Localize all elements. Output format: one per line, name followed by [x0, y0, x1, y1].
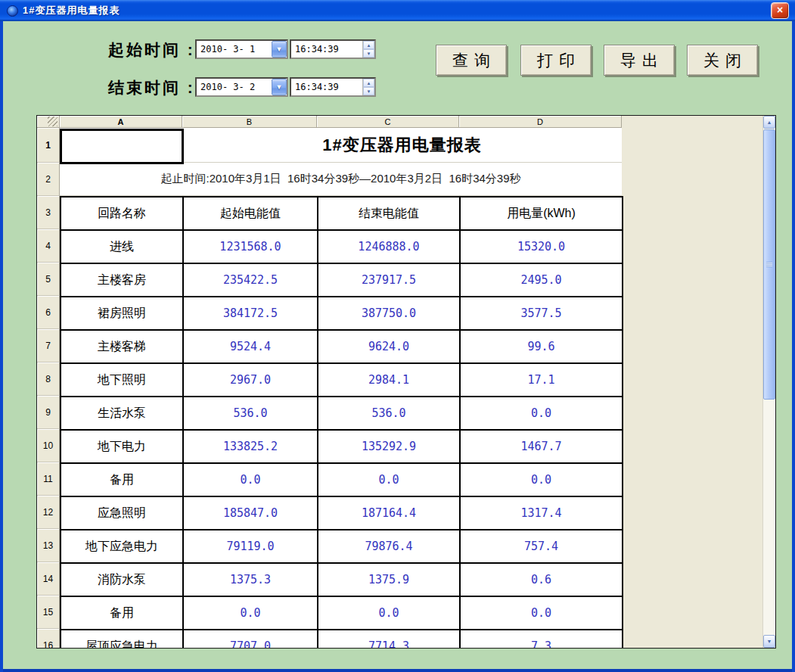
end-energy-cell[interactable]: 237917.5 — [318, 264, 461, 297]
row-header-16[interactable]: 16 — [37, 629, 60, 649]
row-header-4[interactable]: 4 — [37, 229, 60, 263]
end-energy-cell[interactable]: 135292.9 — [318, 431, 461, 464]
cells-area[interactable]: 1#变压器用电量报表 起止时间:2010年3月1日 16时34分39秒—2010… — [60, 128, 622, 648]
start-energy-cell[interactable]: 7707.0 — [184, 630, 318, 649]
export-button[interactable]: 导出 — [604, 45, 675, 76]
report-title-cell[interactable]: 1#变压器用电量报表 — [182, 128, 622, 162]
circuit-name-cell[interactable]: 应急照明 — [61, 497, 184, 530]
start-energy-cell[interactable]: 235422.5 — [184, 264, 318, 297]
sheet-corner-cell[interactable] — [37, 116, 60, 128]
circuit-name-cell[interactable]: 备用 — [61, 597, 184, 630]
usage-cell[interactable]: 757.4 — [461, 530, 623, 564]
usage-cell[interactable]: 17.1 — [461, 364, 623, 397]
start-energy-cell[interactable]: 2967.0 — [184, 364, 318, 397]
end-energy-cell[interactable]: 536.0 — [318, 397, 461, 431]
start-energy-cell[interactable]: 79119.0 — [184, 530, 318, 564]
spin-up-button[interactable]: ▲ — [363, 41, 374, 49]
scrollbar-thumb[interactable] — [763, 129, 775, 400]
start-date-dropdown-button[interactable]: ▼ — [272, 41, 287, 58]
end-energy-cell[interactable]: 0.0 — [318, 597, 461, 630]
circuit-name-cell[interactable]: 主楼客梯 — [61, 331, 184, 364]
row-header-10[interactable]: 10 — [37, 429, 60, 462]
row-header-14[interactable]: 14 — [37, 562, 60, 596]
start-date-picker[interactable]: 2010- 3- 1 ▼ — [195, 39, 288, 59]
start-energy-cell[interactable]: 384172.5 — [184, 297, 318, 331]
spin-up-button[interactable]: ▲ — [363, 79, 374, 87]
start-energy-cell[interactable]: 9524.4 — [184, 331, 318, 364]
row-header-11[interactable]: 11 — [37, 462, 60, 496]
usage-cell[interactable]: 3577.5 — [461, 297, 623, 331]
end-energy-cell[interactable]: 7714.3 — [318, 630, 461, 649]
column-header-d[interactable]: D — [459, 116, 622, 128]
row-header-15[interactable]: 15 — [37, 596, 60, 629]
end-energy-cell[interactable]: 1375.9 — [318, 564, 461, 597]
usage-cell[interactable]: 2495.0 — [461, 264, 623, 297]
row-header-1[interactable]: 1 — [37, 128, 60, 163]
usage-cell[interactable]: 15320.0 — [461, 231, 623, 264]
end-energy-cell[interactable]: 79876.4 — [318, 530, 461, 564]
titlebar-close-button[interactable]: × — [771, 2, 789, 19]
circuit-name-cell[interactable]: 屋顶应急电力 — [61, 630, 184, 649]
end-energy-cell[interactable]: 9624.0 — [318, 331, 461, 364]
column-header-b[interactable]: B — [182, 116, 317, 128]
usage-cell[interactable]: 0.6 — [461, 564, 623, 597]
report-period-cell[interactable]: 起止时间:2010年3月1日 16时34分39秒—2010年3月2日 16时34… — [60, 163, 622, 196]
row-header-5[interactable]: 5 — [37, 263, 60, 296]
spin-down-button[interactable]: ▼ — [363, 87, 374, 95]
close-button[interactable]: 关闭 — [687, 45, 758, 76]
end-energy-cell[interactable]: 187164.4 — [318, 497, 461, 530]
row-header-3[interactable]: 3 — [37, 196, 60, 229]
header-cell-end-energy[interactable]: 结束电能值 — [318, 198, 461, 231]
start-energy-cell[interactable]: 536.0 — [184, 397, 318, 431]
start-energy-cell[interactable]: 1375.3 — [184, 564, 318, 597]
end-energy-cell[interactable]: 2984.1 — [318, 364, 461, 397]
usage-cell[interactable]: 0.0 — [461, 464, 623, 497]
scroll-down-button[interactable]: ▼ — [763, 635, 775, 648]
usage-cell[interactable]: 1467.7 — [461, 431, 623, 464]
usage-cell[interactable]: 99.6 — [461, 331, 623, 364]
spreadsheet[interactable]: A B C D 12345678910111213141516 1#变压器用电量… — [36, 115, 776, 649]
end-energy-cell[interactable]: 0.0 — [318, 464, 461, 497]
start-energy-cell[interactable]: 0.0 — [184, 597, 318, 630]
start-time-spinner[interactable]: 16:34:39 ▲ ▼ — [290, 39, 376, 59]
header-cell-circuit[interactable]: 回路名称 — [61, 198, 184, 231]
query-button[interactable]: 查询 — [436, 45, 507, 76]
column-header-c[interactable]: C — [317, 116, 459, 128]
usage-cell[interactable]: 0.0 — [461, 397, 623, 431]
row-header-8[interactable]: 8 — [37, 362, 60, 396]
row-header-2[interactable]: 2 — [37, 163, 60, 196]
end-date-picker[interactable]: 2010- 3- 2 ▼ — [195, 77, 288, 97]
print-button[interactable]: 打印 — [520, 45, 592, 76]
circuit-name-cell[interactable]: 备用 — [61, 464, 184, 497]
end-energy-cell[interactable]: 1246888.0 — [318, 231, 461, 264]
titlebar[interactable]: 1#变压器用电量报表 × — [0, 0, 795, 21]
spin-down-button[interactable]: ▼ — [363, 49, 374, 58]
usage-cell[interactable]: 0.0 — [461, 597, 623, 630]
scroll-up-button[interactable]: ▲ — [763, 116, 775, 129]
usage-cell[interactable]: 7.3 — [461, 630, 623, 649]
row-header-9[interactable]: 9 — [37, 396, 60, 429]
start-energy-cell[interactable]: 133825.2 — [184, 431, 318, 464]
column-header-a[interactable]: A — [60, 116, 182, 128]
header-cell-usage[interactable]: 用电量(kWh) — [461, 198, 623, 231]
end-time-spinner[interactable]: 16:34:39 ▲ ▼ — [290, 77, 376, 97]
circuit-name-cell[interactable]: 地下电力 — [61, 431, 184, 464]
circuit-name-cell[interactable]: 生活水泵 — [61, 397, 184, 431]
circuit-name-cell[interactable]: 地下应急电力 — [61, 530, 184, 564]
end-energy-cell[interactable]: 387750.0 — [318, 297, 461, 331]
start-energy-cell[interactable]: 185847.0 — [184, 497, 318, 530]
circuit-name-cell[interactable]: 进线 — [61, 231, 184, 264]
end-date-dropdown-button[interactable]: ▼ — [272, 79, 287, 95]
vertical-scrollbar[interactable]: ▲ ▼ — [762, 116, 775, 648]
circuit-name-cell[interactable]: 裙房照明 — [61, 297, 184, 331]
circuit-name-cell[interactable]: 主楼客房 — [61, 264, 184, 297]
row-header-7[interactable]: 7 — [37, 329, 60, 362]
row-header-12[interactable]: 12 — [37, 496, 60, 529]
header-cell-start-energy[interactable]: 起始电能值 — [184, 198, 318, 231]
row-header-6[interactable]: 6 — [37, 296, 60, 329]
circuit-name-cell[interactable]: 地下照明 — [61, 364, 184, 397]
circuit-name-cell[interactable]: 消防水泵 — [61, 564, 184, 597]
start-energy-cell[interactable]: 1231568.0 — [184, 231, 318, 264]
row-header-13[interactable]: 13 — [37, 529, 60, 562]
usage-cell[interactable]: 1317.4 — [461, 497, 623, 530]
